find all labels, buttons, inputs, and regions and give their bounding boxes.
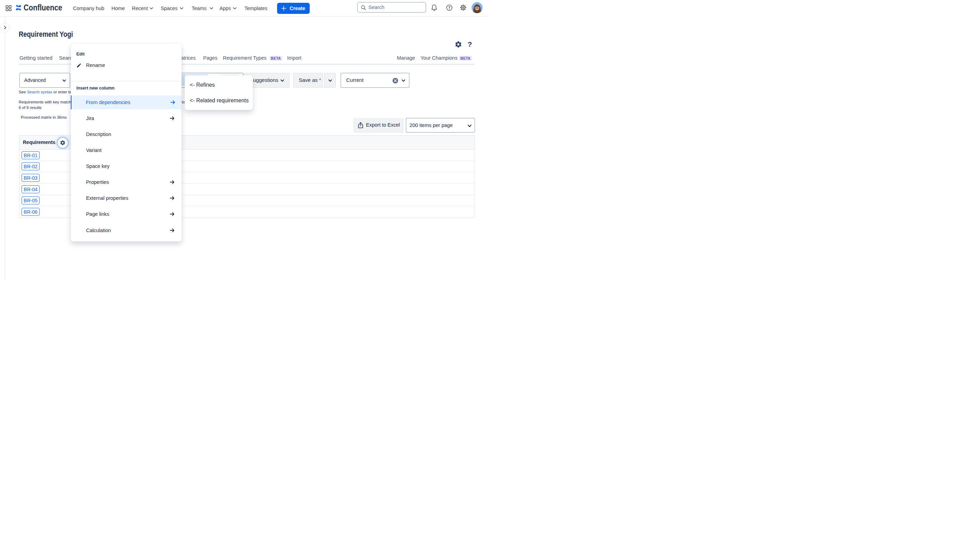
svg-text:?: ? [448,5,450,9]
